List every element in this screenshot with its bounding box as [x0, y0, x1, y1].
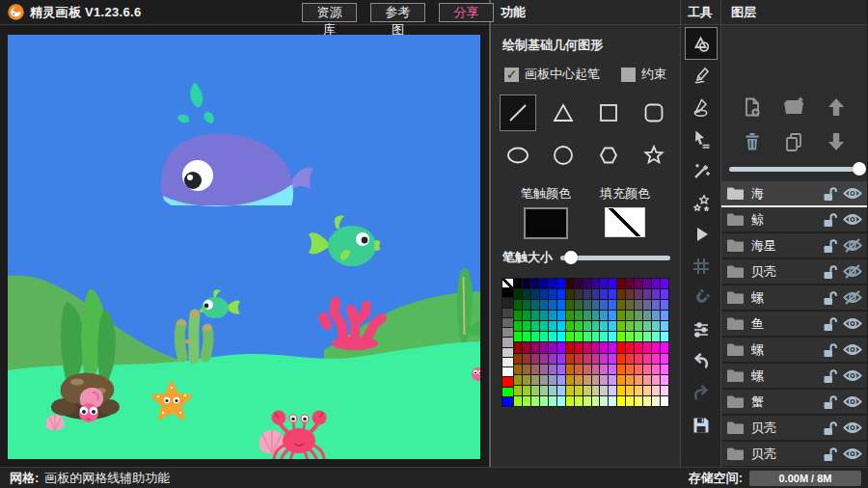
- decorate-stars-tool-button[interactable]: [685, 186, 718, 218]
- palette-swatch[interactable]: [592, 311, 600, 320]
- palette-swatch[interactable]: [531, 386, 539, 395]
- palette-swatch[interactable]: [523, 354, 530, 364]
- shape-hexagon-button[interactable]: [590, 137, 627, 174]
- palette-swatch[interactable]: [514, 289, 522, 299]
- layer-visibility-toggle[interactable]: [843, 342, 862, 357]
- palette-swatch[interactable]: [540, 354, 548, 364]
- slider-track[interactable]: [729, 167, 859, 172]
- palette-swatch[interactable]: [635, 279, 642, 288]
- magnet-tool-button[interactable]: [685, 282, 718, 313]
- palette-swatch[interactable]: [566, 354, 574, 364]
- palette-swatch[interactable]: [502, 358, 513, 366]
- palette-swatch[interactable]: [652, 396, 660, 406]
- share-button[interactable]: 分享: [439, 3, 494, 22]
- palette-swatch[interactable]: [566, 279, 574, 288]
- palette-swatch[interactable]: [583, 396, 591, 406]
- palette-swatch[interactable]: [626, 375, 634, 385]
- palette-swatch[interactable]: [557, 386, 565, 395]
- palette-swatch[interactable]: [626, 354, 634, 364]
- palette-swatch[interactable]: [557, 300, 565, 310]
- move-layer-up-button[interactable]: [824, 95, 849, 120]
- palette-swatch[interactable]: [540, 342, 548, 352]
- palette-swatch[interactable]: [635, 342, 642, 352]
- palette-swatch[interactable]: [652, 279, 660, 288]
- palette-swatch[interactable]: [575, 354, 583, 364]
- palette-swatch[interactable]: [617, 354, 625, 364]
- palette-swatch[interactable]: [652, 365, 660, 374]
- stroke-color-swatch[interactable]: [524, 207, 568, 239]
- palette-swatch[interactable]: [566, 342, 574, 352]
- palette-swatch[interactable]: [617, 386, 625, 395]
- layer-visibility-toggle[interactable]: [843, 420, 862, 435]
- brush-size-slider[interactable]: [560, 251, 670, 264]
- palette-swatch[interactable]: [626, 279, 634, 288]
- palette-swatch[interactable]: [626, 342, 634, 352]
- palette-swatch[interactable]: [549, 386, 556, 395]
- palette-swatch[interactable]: [661, 375, 668, 385]
- palette-swatch[interactable]: [635, 332, 642, 341]
- palette-swatch[interactable]: [626, 300, 634, 310]
- palette-swatch[interactable]: [652, 289, 660, 299]
- palette-swatch[interactable]: [523, 300, 530, 310]
- palette-swatch[interactable]: [661, 332, 668, 341]
- layer-lock-toggle[interactable]: [823, 290, 837, 306]
- palette-swatch[interactable]: [540, 279, 548, 288]
- layer-visibility-toggle[interactable]: [843, 290, 862, 305]
- layer-visibility-toggle[interactable]: [843, 368, 862, 383]
- palette-swatch[interactable]: [583, 365, 591, 374]
- palette-swatch[interactable]: [523, 375, 530, 385]
- center-start-checkbox[interactable]: ✓: [504, 68, 519, 82]
- palette-swatch[interactable]: [566, 375, 574, 385]
- palette-swatch[interactable]: [523, 365, 530, 374]
- layer-row[interactable]: 海: [721, 181, 867, 207]
- palette-swatch[interactable]: [600, 342, 608, 352]
- palette-swatch[interactable]: [626, 396, 634, 406]
- palette-swatch[interactable]: [540, 396, 548, 406]
- palette-swatch[interactable]: [523, 321, 530, 331]
- undo-button[interactable]: [685, 345, 718, 377]
- shape-line-button[interactable]: [500, 95, 536, 131]
- palette-swatch[interactable]: [549, 396, 556, 406]
- palette-swatch[interactable]: [549, 279, 556, 288]
- delete-layer-button[interactable]: [740, 129, 765, 154]
- layer-lock-toggle[interactable]: [823, 238, 837, 254]
- palette-swatch[interactable]: [514, 311, 522, 320]
- palette-swatch[interactable]: [643, 332, 651, 341]
- palette-swatch[interactable]: [557, 332, 565, 341]
- palette-swatch[interactable]: [502, 318, 513, 327]
- add-group-button[interactable]: [781, 95, 806, 120]
- palette-swatch[interactable]: [600, 354, 608, 364]
- palette-swatch[interactable]: [575, 365, 583, 374]
- shape-ellipse-button[interactable]: [500, 137, 536, 174]
- palette-swatch[interactable]: [540, 311, 548, 320]
- palette-swatch[interactable]: [617, 332, 625, 341]
- palette-swatch[interactable]: [652, 332, 660, 341]
- slider-thumb[interactable]: [853, 162, 866, 176]
- layer-lock-toggle[interactable]: [823, 212, 837, 228]
- layer-lock-toggle[interactable]: [823, 394, 837, 410]
- palette-swatch[interactable]: [575, 332, 583, 341]
- palette-swatch[interactable]: [575, 386, 583, 395]
- layer-row[interactable]: 贝壳: [721, 442, 867, 467]
- palette-swatch[interactable]: [583, 354, 591, 364]
- palette-swatch[interactable]: [617, 365, 625, 374]
- palette-swatch[interactable]: [583, 311, 591, 320]
- palette-swatch[interactable]: [643, 396, 651, 406]
- palette-swatch[interactable]: [514, 300, 522, 310]
- palette-swatch[interactable]: [592, 332, 600, 341]
- palette-swatch[interactable]: [502, 397, 513, 406]
- palette-swatch[interactable]: [626, 386, 634, 395]
- palette-swatch[interactable]: [661, 321, 668, 331]
- layer-row[interactable]: 贝壳: [721, 259, 867, 285]
- palette-swatch[interactable]: [549, 289, 556, 299]
- palette-swatch[interactable]: [617, 375, 625, 385]
- layer-visibility-toggle[interactable]: [843, 447, 862, 461]
- layer-row[interactable]: 螺: [721, 285, 867, 312]
- palette-swatch[interactable]: [592, 342, 600, 352]
- palette-swatch[interactable]: [609, 300, 616, 310]
- save-button[interactable]: [685, 409, 718, 441]
- palette-swatch[interactable]: [575, 375, 583, 385]
- magic-wand-tool-button[interactable]: [685, 154, 718, 186]
- palette-swatch[interactable]: [626, 289, 634, 299]
- palette-swatch[interactable]: [514, 321, 522, 331]
